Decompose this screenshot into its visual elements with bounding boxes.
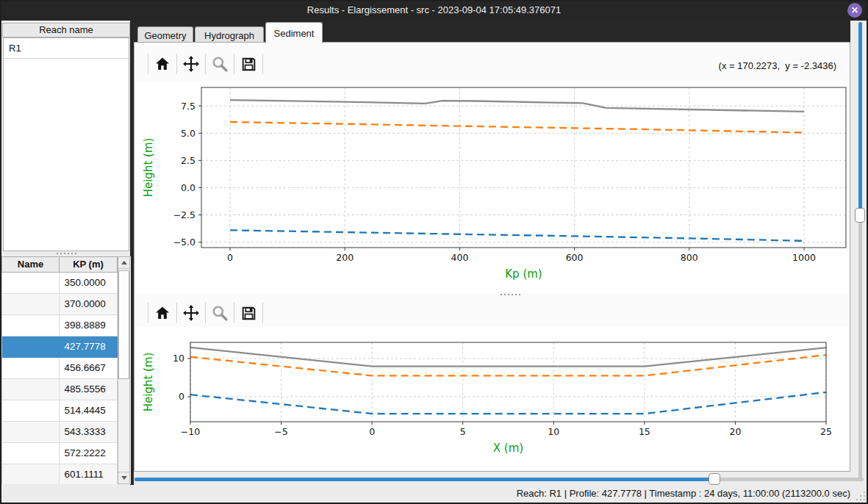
svg-text:0: 0 [179, 391, 184, 402]
cell-kp[interactable]: 456.6667 [60, 358, 118, 379]
titlebar: Results - Elargissement - src - 2023-09-… [0, 0, 868, 21]
chart1-toolbar [145, 52, 266, 76]
table-row[interactable]: 427.7778 [1, 336, 118, 358]
table-row[interactable]: 572.2222 [1, 443, 118, 464]
statusbar: Reach: R1 | Profile: 427.7778 | Timestam… [0, 485, 868, 503]
cell-name[interactable] [2, 400, 60, 422]
cell-kp[interactable]: 427.7778 [60, 336, 118, 358]
save-button-2[interactable] [237, 302, 259, 324]
cell-kp[interactable]: 572.2222 [60, 443, 118, 464]
home-button[interactable] [151, 53, 173, 75]
profile-table-body: 350.0000370.0000398.8889427.7778456.6667… [1, 273, 118, 484]
zoom-button[interactable] [209, 53, 231, 75]
svg-text:600: 600 [566, 252, 584, 263]
zoom-button-2[interactable] [209, 302, 231, 324]
svg-text:400: 400 [451, 252, 468, 263]
cell-name[interactable] [2, 336, 60, 358]
kp-profile-chart[interactable]: 02004006008001000−5.0−2.50.02.55.07.5Kp … [136, 82, 848, 293]
svg-text:−5: −5 [274, 426, 287, 437]
svg-text:0: 0 [369, 426, 375, 437]
cell-name[interactable] [2, 273, 60, 294]
triangle-up-icon [121, 261, 127, 264]
pan-button[interactable] [180, 53, 202, 75]
reach-list-item-r1[interactable]: R1 [4, 38, 129, 59]
cell-name[interactable] [2, 464, 60, 484]
table-row[interactable]: 485.5556 [1, 379, 118, 400]
column-header-name[interactable]: Name [1, 256, 60, 273]
close-icon: ✕ [851, 5, 858, 15]
pan-icon [182, 55, 200, 73]
cell-name[interactable] [2, 422, 60, 443]
scrollbar-thumb[interactable] [118, 270, 129, 379]
reach-list[interactable]: R1 [3, 37, 129, 251]
size-grip[interactable] [855, 490, 865, 500]
svg-text:200: 200 [336, 252, 354, 263]
table-row[interactable]: 601.1111 [1, 464, 118, 484]
cell-kp[interactable]: 601.1111 [60, 464, 118, 484]
save-icon [240, 56, 257, 73]
svg-text:Height (m): Height (m) [142, 138, 155, 198]
window-title: Results - Elargissement - src - 2023-09-… [0, 0, 868, 21]
time-slider-handle[interactable] [709, 473, 720, 485]
profile-table-header: Name KP (m) [1, 256, 118, 273]
svg-text:Height (m): Height (m) [142, 353, 155, 412]
svg-text:X (m): X (m) [493, 442, 523, 455]
svg-text:20: 20 [729, 426, 741, 437]
svg-text:0.0: 0.0 [181, 182, 196, 193]
svg-text:−5.0: −5.0 [173, 237, 196, 248]
tab-hydrograph[interactable]: Hydrograph [195, 26, 264, 43]
home-icon [154, 305, 171, 321]
cross-section-chart[interactable]: −10−50510152025010X (m)Height (m) [136, 327, 848, 471]
table-row[interactable]: 370.0000 [1, 294, 118, 315]
sidebar-splitter-handle[interactable] [44, 252, 88, 255]
home-icon [154, 56, 171, 72]
pan-icon [182, 304, 200, 322]
svg-text:7.5: 7.5 [181, 101, 196, 112]
sediment-tab-panel: (x = 170.2273, y = -2.3436) 020040060080… [134, 42, 850, 472]
table-row[interactable]: 514.4445 [1, 400, 118, 422]
table-row[interactable]: 398.8889 [1, 315, 118, 336]
cursor-coordinates-readout: (x = 170.2273, y = -2.3436) [719, 60, 836, 71]
cell-kp[interactable]: 350.0000 [60, 273, 118, 294]
time-slider-fill [134, 478, 714, 481]
pan-button-2[interactable] [180, 302, 202, 324]
close-button[interactable]: ✕ [847, 3, 862, 18]
cell-name[interactable] [2, 379, 60, 400]
tab-geometry[interactable]: Geometry [137, 26, 193, 43]
time-slider[interactable] [134, 473, 864, 485]
chart2-toolbar [145, 301, 266, 325]
cell-kp[interactable]: 543.3333 [60, 422, 118, 443]
triangle-down-icon [121, 476, 127, 480]
svg-text:2.5: 2.5 [181, 155, 196, 166]
cell-name[interactable] [2, 294, 60, 315]
svg-text:5: 5 [460, 426, 466, 437]
home-button-2[interactable] [151, 302, 173, 324]
vertical-slider-handle[interactable] [855, 208, 865, 223]
reach-name-header: Reach name [2, 23, 130, 37]
charts-splitter-handle[interactable] [488, 293, 532, 296]
cell-name[interactable] [2, 443, 60, 464]
cell-name[interactable] [2, 315, 60, 336]
column-header-kp[interactable]: KP (m) [60, 256, 118, 273]
svg-text:0: 0 [227, 252, 233, 263]
tab-sediment[interactable]: Sediment [265, 22, 323, 43]
table-row[interactable]: 350.0000 [1, 273, 118, 294]
cell-kp[interactable]: 514.4445 [60, 400, 118, 422]
save-button[interactable] [237, 53, 259, 75]
table-row[interactable]: 456.6667 [1, 358, 118, 379]
vertical-slider[interactable] [854, 22, 866, 479]
cell-kp[interactable]: 485.5556 [60, 379, 118, 400]
scroll-up-button[interactable] [118, 257, 129, 269]
svg-text:10: 10 [173, 353, 184, 364]
table-scrollbar[interactable] [118, 256, 130, 484]
vertical-slider-fill [858, 22, 862, 215]
cell-kp[interactable]: 398.8889 [60, 315, 118, 336]
save-icon [240, 305, 257, 322]
table-row[interactable]: 543.3333 [1, 422, 118, 443]
svg-text:−2.5: −2.5 [173, 209, 196, 220]
status-text: Reach: R1 | Profile: 427.7778 | Timestam… [517, 488, 850, 499]
scroll-down-button[interactable] [118, 472, 129, 483]
cell-kp[interactable]: 370.0000 [60, 294, 118, 315]
svg-text:−10: −10 [181, 426, 200, 437]
cell-name[interactable] [2, 358, 60, 379]
